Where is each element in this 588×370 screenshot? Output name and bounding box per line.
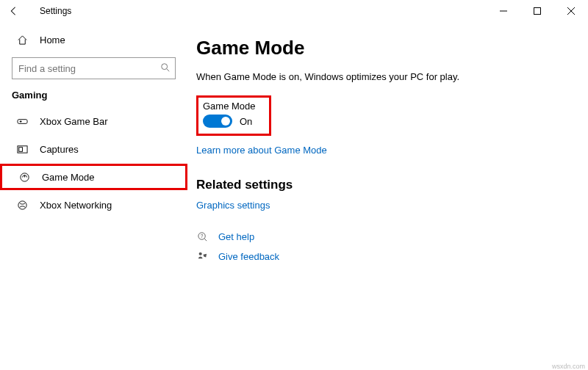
game-mode-icon bbox=[18, 172, 30, 183]
watermark: wsxdn.com bbox=[552, 363, 585, 370]
sidebar-item-label: Xbox Game Bar bbox=[40, 116, 108, 127]
sidebar-item-label: Xbox Networking bbox=[40, 200, 112, 211]
give-feedback-link[interactable]: Give feedback bbox=[218, 251, 279, 262]
get-help-icon: ? bbox=[196, 231, 208, 242]
game-bar-icon bbox=[16, 116, 28, 127]
svg-rect-10 bbox=[18, 147, 22, 151]
sidebar-item-game-mode[interactable]: Game Mode bbox=[0, 164, 187, 190]
search-icon bbox=[160, 62, 171, 75]
close-button[interactable] bbox=[554, 0, 588, 22]
xbox-networking-icon bbox=[16, 200, 28, 211]
svg-point-4 bbox=[162, 63, 168, 69]
captures-icon bbox=[16, 144, 28, 155]
search-input[interactable] bbox=[12, 57, 176, 79]
svg-rect-1 bbox=[534, 8, 541, 15]
graphics-settings-link[interactable]: Graphics settings bbox=[196, 200, 270, 211]
toggle-state: On bbox=[240, 116, 252, 127]
maximize-button[interactable] bbox=[520, 0, 554, 22]
svg-point-13 bbox=[18, 200, 26, 208]
learn-more-link[interactable]: Learn more about Game Mode bbox=[196, 145, 327, 156]
search-field[interactable] bbox=[18, 63, 160, 74]
category-header: Gaming bbox=[0, 90, 187, 108]
related-settings-header: Related settings bbox=[196, 178, 563, 192]
home-label: Home bbox=[40, 35, 65, 46]
minimize-button[interactable] bbox=[487, 0, 520, 22]
svg-point-16 bbox=[198, 253, 201, 255]
page-description: When Game Mode is on, Windows optimizes … bbox=[196, 71, 563, 82]
back-icon[interactable] bbox=[6, 6, 21, 16]
game-mode-toggle[interactable] bbox=[203, 115, 232, 128]
sidebar-item-xbox-networking[interactable]: Xbox Networking bbox=[0, 192, 187, 218]
sidebar-item-captures[interactable]: Captures bbox=[0, 136, 187, 162]
window-title: Settings bbox=[40, 6, 71, 16]
sidebar-item-label: Game Mode bbox=[42, 172, 95, 183]
page-title: Game Mode bbox=[196, 37, 563, 59]
feedback-icon bbox=[196, 251, 208, 262]
sidebar-item-xbox-game-bar[interactable]: Xbox Game Bar bbox=[0, 108, 187, 134]
toggle-label: Game Mode bbox=[203, 101, 265, 112]
svg-line-5 bbox=[167, 68, 170, 71]
home-nav[interactable]: Home bbox=[0, 26, 187, 53]
svg-text:?: ? bbox=[200, 233, 203, 239]
get-help-link[interactable]: Get help bbox=[218, 231, 254, 242]
home-icon bbox=[16, 35, 28, 46]
game-mode-toggle-block: Game Mode On bbox=[196, 95, 271, 136]
sidebar-item-label: Captures bbox=[40, 144, 79, 155]
svg-rect-6 bbox=[17, 119, 26, 123]
